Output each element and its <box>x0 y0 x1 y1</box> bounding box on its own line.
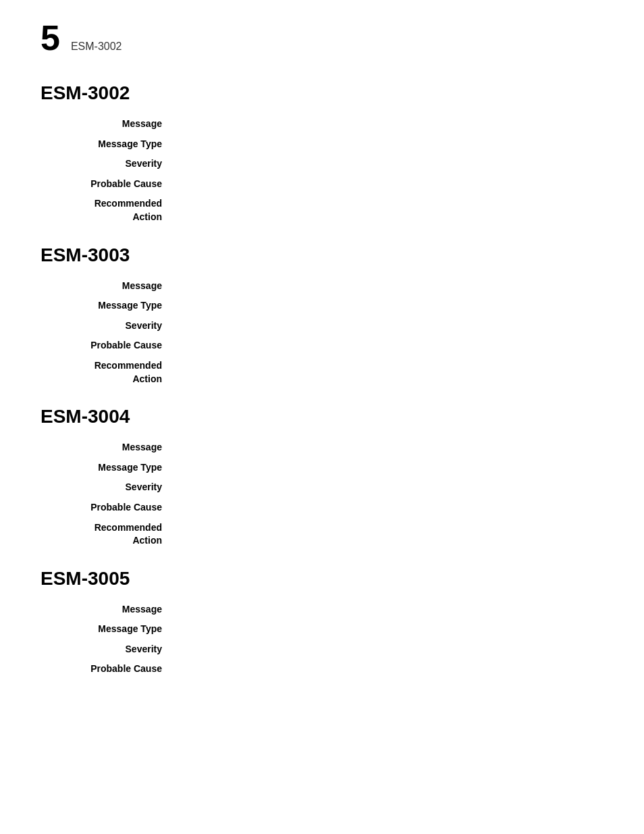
field-row-esm-3002-4: RecommendedAction <box>41 197 603 224</box>
field-value-esm-3005-3 <box>176 662 603 676</box>
page-header: 5 ESM-3002 <box>41 20 603 55</box>
field-label-esm-3005-2: Severity <box>68 643 176 656</box>
field-label-esm-3002-3: Probable Cause <box>68 178 176 191</box>
field-value-esm-3004-4 <box>176 521 603 548</box>
field-value-esm-3002-2 <box>176 157 603 171</box>
field-label-esm-3004-3: Probable Cause <box>68 501 176 515</box>
field-label-esm-3003-4: RecommendedAction <box>68 359 176 386</box>
field-label-esm-3003-1: Message Type <box>68 299 176 313</box>
field-row-esm-3005-0: Message <box>41 603 603 617</box>
field-row-esm-3003-0: Message <box>41 280 603 293</box>
field-value-esm-3002-0 <box>176 118 603 131</box>
field-value-esm-3003-1 <box>176 299 603 313</box>
field-row-esm-3002-0: Message <box>41 118 603 131</box>
section-esm-3003: ESM-3003MessageMessage TypeSeverityProba… <box>41 244 603 386</box>
field-value-esm-3003-2 <box>176 319 603 333</box>
field-label-esm-3002-1: Message Type <box>68 138 176 151</box>
section-esm-3005: ESM-3005MessageMessage TypeSeverityProba… <box>41 568 603 676</box>
field-row-esm-3004-4: RecommendedAction <box>41 521 603 548</box>
field-row-esm-3002-3: Probable Cause <box>41 178 603 191</box>
field-value-esm-3003-3 <box>176 339 603 353</box>
field-value-esm-3003-0 <box>176 280 603 293</box>
field-value-esm-3003-4 <box>176 359 603 386</box>
field-value-esm-3005-1 <box>176 623 603 636</box>
section-title-esm-3002: ESM-3002 <box>41 82 603 104</box>
field-row-esm-3004-1: Message Type <box>41 461 603 475</box>
field-row-esm-3004-2: Severity <box>41 481 603 494</box>
field-label-esm-3002-4: RecommendedAction <box>68 197 176 224</box>
field-label-esm-3003-3: Probable Cause <box>68 339 176 353</box>
field-value-esm-3002-1 <box>176 138 603 151</box>
section-esm-3004: ESM-3004MessageMessage TypeSeverityProba… <box>41 406 603 548</box>
field-row-esm-3005-2: Severity <box>41 643 603 656</box>
field-row-esm-3003-2: Severity <box>41 319 603 333</box>
field-value-esm-3005-0 <box>176 603 603 617</box>
field-row-esm-3003-4: RecommendedAction <box>41 359 603 386</box>
field-label-esm-3002-0: Message <box>68 118 176 131</box>
field-label-esm-3005-3: Probable Cause <box>68 662 176 676</box>
field-value-esm-3004-2 <box>176 481 603 494</box>
field-label-esm-3002-2: Severity <box>68 157 176 171</box>
field-label-esm-3004-4: RecommendedAction <box>68 521 176 548</box>
field-label-esm-3003-0: Message <box>68 280 176 293</box>
field-label-esm-3004-2: Severity <box>68 481 176 494</box>
field-row-esm-3003-1: Message Type <box>41 299 603 313</box>
field-row-esm-3004-3: Probable Cause <box>41 501 603 515</box>
section-esm-3002: ESM-3002MessageMessage TypeSeverityProba… <box>41 82 603 224</box>
field-row-esm-3005-1: Message Type <box>41 623 603 636</box>
page-title-header: ESM-3002 <box>71 41 122 53</box>
field-value-esm-3002-4 <box>176 197 603 224</box>
field-row-esm-3005-3: Probable Cause <box>41 662 603 676</box>
field-value-esm-3002-3 <box>176 178 603 191</box>
field-label-esm-3005-0: Message <box>68 603 176 617</box>
section-title-esm-3004: ESM-3004 <box>41 406 603 427</box>
section-title-esm-3005: ESM-3005 <box>41 568 603 590</box>
field-label-esm-3004-1: Message Type <box>68 461 176 475</box>
field-value-esm-3004-1 <box>176 461 603 475</box>
page-number: 5 <box>41 20 60 55</box>
field-row-esm-3002-2: Severity <box>41 157 603 171</box>
field-label-esm-3004-0: Message <box>68 441 176 454</box>
field-value-esm-3004-0 <box>176 441 603 454</box>
field-label-esm-3003-2: Severity <box>68 319 176 333</box>
field-value-esm-3005-2 <box>176 643 603 656</box>
field-value-esm-3004-3 <box>176 501 603 515</box>
field-label-esm-3005-1: Message Type <box>68 623 176 636</box>
field-row-esm-3003-3: Probable Cause <box>41 339 603 353</box>
field-row-esm-3002-1: Message Type <box>41 138 603 151</box>
section-title-esm-3003: ESM-3003 <box>41 244 603 266</box>
field-row-esm-3004-0: Message <box>41 441 603 454</box>
